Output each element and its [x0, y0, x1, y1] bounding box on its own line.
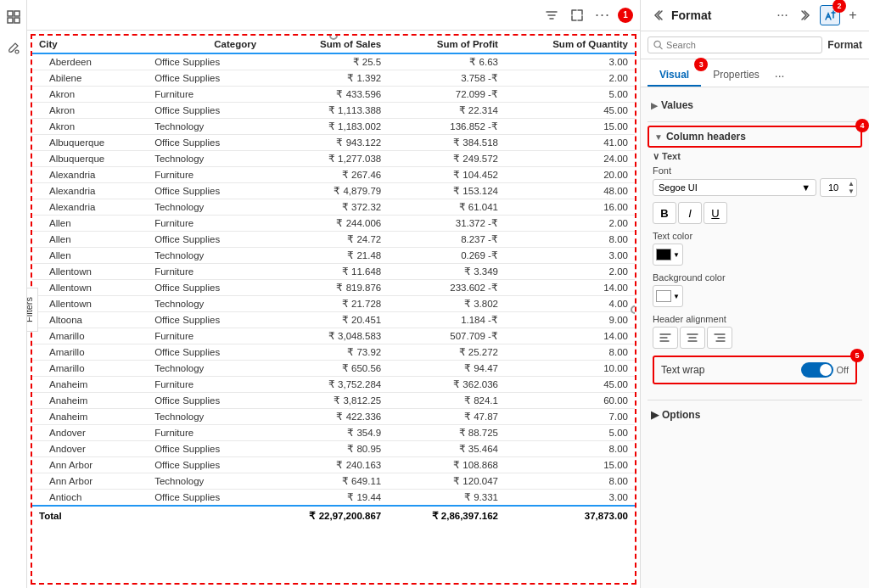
cell-7-0: Alexandria [32, 167, 148, 183]
cell-25-4: 15.00 [505, 457, 635, 473]
toggle-track[interactable] [801, 362, 833, 378]
cell-12-4: 3.00 [505, 248, 635, 264]
cell-12-3: 0.269 -₹ [388, 248, 505, 264]
cell-12-0: Allen [32, 248, 148, 264]
cell-20-1: Furniture [148, 377, 263, 393]
align-left-button[interactable] [653, 327, 678, 349]
cell-22-3: ₹ 47.87 [388, 409, 505, 425]
cell-19-1: Technology [148, 361, 263, 377]
text-wrap-label: Text wrap [661, 364, 704, 376]
text-chevron-icon: ∨ [653, 151, 662, 161]
cell-6-3: ₹ 249.572 [388, 151, 505, 167]
values-section: ▶ Values [648, 94, 862, 116]
values-section-header[interactable]: ▶ Values [648, 94, 862, 116]
col-header-quantity: Sum of Quantity [505, 36, 635, 53]
resize-handle-mid-right[interactable] [631, 305, 636, 314]
cell-14-0: Allentown [32, 280, 148, 296]
paint-icon[interactable] [3, 37, 24, 58]
format-active-icon[interactable]: 2 [820, 5, 840, 25]
alignment-buttons [653, 327, 857, 349]
align-center-button[interactable] [680, 327, 705, 349]
cell-14-2: ₹ 819.876 [263, 280, 388, 296]
cell-15-4: 4.00 [505, 296, 635, 312]
tab-properties[interactable]: Properties [701, 64, 771, 87]
cell-18-1: Office Supplies [148, 344, 263, 361]
cell-11-3: 8.237 -₹ [388, 232, 505, 248]
cell-19-4: 10.00 [505, 361, 635, 377]
cell-27-1: Office Supplies [148, 490, 263, 507]
cell-7-1: Furniture [148, 167, 263, 183]
cell-20-4: 45.00 [505, 377, 635, 393]
tab-visual[interactable]: Visual [648, 64, 701, 87]
table-row: AlbuquerqueTechnology₹ 1,277.038₹ 249.57… [32, 151, 635, 167]
search-box[interactable] [648, 36, 822, 53]
cell-13-2: ₹ 11.648 [263, 264, 388, 280]
cell-19-2: ₹ 650.56 [263, 361, 388, 377]
cell-3-4: 45.00 [505, 103, 635, 119]
filter-icon[interactable] [541, 5, 562, 25]
panel-expand-icon[interactable] [796, 5, 816, 25]
col-headers-chevron-icon: ▼ [654, 132, 663, 142]
table-row: AllentownOffice Supplies₹ 819.876233.602… [32, 280, 635, 296]
font-size-input[interactable] [821, 180, 846, 195]
panel-more-icon[interactable]: ··· [772, 5, 793, 25]
font-size-down-icon[interactable]: ▼ [848, 188, 855, 195]
tab-more-icon[interactable]: ··· [775, 69, 785, 82]
cell-21-2: ₹ 3,812.25 [263, 393, 388, 409]
table-footer-row: Total ₹ 22,97,200.867 ₹ 2,86,397.162 37,… [32, 506, 635, 525]
cell-15-0: Allentown [32, 296, 148, 312]
table-row: AberdeenOffice Supplies₹ 25.5₹ 6.633.00 [32, 53, 635, 70]
cell-0-2: ₹ 25.5 [263, 53, 388, 70]
expand-icon[interactable] [567, 5, 587, 25]
cell-0-1: Office Supplies [148, 53, 263, 70]
cell-25-2: ₹ 240.163 [263, 457, 388, 473]
column-headers-section-header[interactable]: ▼ Column headers 4 [648, 126, 862, 148]
filters-tab[interactable]: Filters [27, 288, 38, 332]
font-size-up-icon[interactable]: ▲ [848, 180, 855, 188]
underline-button[interactable]: U [704, 202, 727, 224]
table-row: AllenFurniture₹ 244.00631.372 -₹2.00 [32, 216, 635, 232]
cell-5-2: ₹ 943.122 [263, 135, 388, 151]
text-wrap-row: Text wrap Off 5 [653, 356, 857, 384]
cell-17-4: 14.00 [505, 328, 635, 344]
table-row: AnaheimOffice Supplies₹ 3,812.25₹ 824.16… [32, 393, 635, 409]
cell-5-1: Office Supplies [148, 135, 263, 151]
text-sub-label: ∨ Text [653, 151, 857, 162]
col-header-profit: Sum of Profit [388, 36, 505, 53]
grid-icon[interactable] [3, 7, 24, 27]
cell-26-3: ₹ 120.047 [388, 473, 505, 490]
bg-color-swatch[interactable]: ▼ [653, 285, 683, 307]
table-row: AlexandriaFurniture₹ 267.46₹ 104.45220.0… [32, 167, 635, 183]
search-input[interactable] [666, 40, 816, 50]
table-row: AllenOffice Supplies₹ 24.728.237 -₹8.00 [32, 232, 635, 248]
cell-8-1: Office Supplies [148, 183, 263, 199]
cell-20-3: ₹ 362.036 [388, 377, 505, 393]
options-section-header[interactable]: ▶ Options [648, 404, 862, 426]
cell-5-0: Albuquerque [32, 135, 148, 151]
italic-button[interactable]: I [678, 202, 702, 224]
cell-5-3: ₹ 384.518 [388, 135, 505, 151]
svg-rect-2 [8, 18, 13, 23]
cell-19-0: Amarillo [32, 361, 148, 377]
search-area: Format [641, 31, 869, 59]
data-table: City Category Sum of Sales Sum of Profit… [32, 36, 635, 525]
cell-6-4: 24.00 [505, 151, 635, 167]
text-wrap-toggle[interactable]: Off [801, 362, 849, 378]
more-icon[interactable]: ··· [592, 5, 613, 25]
text-color-swatch[interactable]: ▼ [653, 244, 683, 266]
cell-3-0: Akron [32, 103, 148, 119]
cell-0-4: 3.00 [505, 53, 635, 70]
font-family-select[interactable]: Segoe UI ▼ [653, 179, 816, 196]
cell-22-2: ₹ 422.336 [263, 409, 388, 425]
table-row: Ann ArborOffice Supplies₹ 240.163₹ 108.8… [32, 457, 635, 473]
align-right-button[interactable] [707, 327, 732, 349]
cell-1-1: Office Supplies [148, 70, 263, 87]
table-row: AmarilloFurniture₹ 3,048.583507.709 -₹14… [32, 328, 635, 344]
cell-7-3: ₹ 104.452 [388, 167, 505, 183]
cell-10-1: Furniture [148, 216, 263, 232]
cell-17-1: Furniture [148, 328, 263, 344]
bold-button[interactable]: B [653, 202, 676, 224]
add-button[interactable]: + [844, 6, 862, 25]
collapse-icon[interactable] [648, 5, 668, 25]
options-chevron-icon: ▶ [651, 409, 659, 421]
